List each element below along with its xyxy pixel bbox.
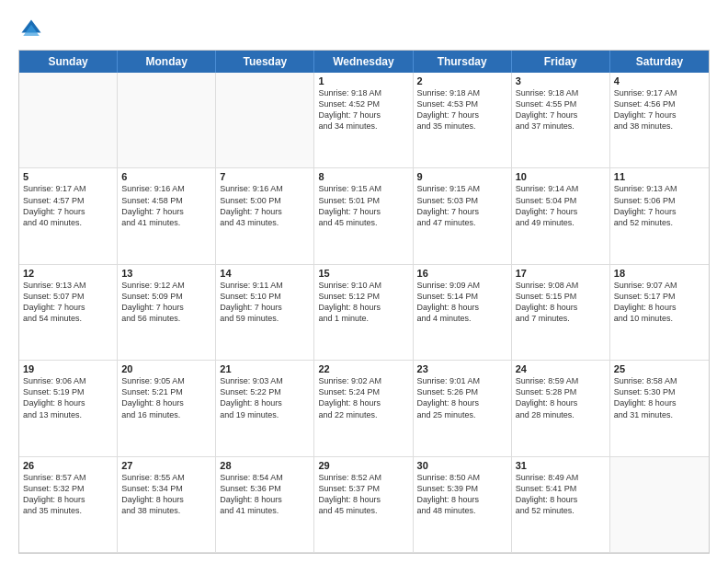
calendar-cell: 21Sunrise: 9:03 AMSunset: 5:22 PMDayligh… bbox=[216, 361, 314, 456]
day-number: 29 bbox=[318, 460, 408, 471]
day-number: 13 bbox=[121, 268, 211, 279]
day-number: 23 bbox=[417, 363, 507, 374]
cell-info: Sunrise: 8:50 AMSunset: 5:39 PMDaylight:… bbox=[417, 472, 507, 517]
day-number: 28 bbox=[220, 460, 310, 471]
day-header-sunday: Sunday bbox=[19, 51, 118, 73]
calendar-cell: 5Sunrise: 9:17 AMSunset: 4:57 PMDaylight… bbox=[19, 168, 118, 264]
day-number: 25 bbox=[614, 363, 705, 374]
cell-info: Sunrise: 9:15 AMSunset: 5:03 PMDaylight:… bbox=[417, 183, 507, 228]
day-number: 12 bbox=[23, 268, 113, 279]
calendar-cell: 22Sunrise: 9:02 AMSunset: 5:24 PMDayligh… bbox=[314, 361, 413, 456]
day-number: 20 bbox=[121, 363, 211, 374]
day-number: 17 bbox=[516, 268, 606, 279]
day-number: 31 bbox=[516, 460, 606, 471]
cell-info: Sunrise: 9:01 AMSunset: 5:26 PMDaylight:… bbox=[417, 375, 507, 420]
cell-info: Sunrise: 9:14 AMSunset: 5:04 PMDaylight:… bbox=[516, 183, 606, 228]
cell-info: Sunrise: 9:17 AMSunset: 4:56 PMDaylight:… bbox=[614, 87, 705, 132]
cell-info: Sunrise: 9:18 AMSunset: 4:55 PMDaylight:… bbox=[516, 87, 606, 132]
calendar-cell: 25Sunrise: 8:58 AMSunset: 5:30 PMDayligh… bbox=[610, 361, 709, 456]
day-number: 3 bbox=[516, 75, 606, 86]
day-number: 21 bbox=[220, 363, 310, 374]
calendar-cell: 7Sunrise: 9:16 AMSunset: 5:00 PMDaylight… bbox=[216, 168, 314, 264]
cell-info: Sunrise: 9:02 AMSunset: 5:24 PMDaylight:… bbox=[318, 375, 408, 420]
calendar-cell: 28Sunrise: 8:54 AMSunset: 5:36 PMDayligh… bbox=[216, 457, 314, 553]
cell-info: Sunrise: 8:49 AMSunset: 5:41 PMDaylight:… bbox=[516, 472, 606, 517]
calendar-cell: 12Sunrise: 9:13 AMSunset: 5:07 PMDayligh… bbox=[19, 265, 118, 361]
day-number: 15 bbox=[318, 268, 408, 279]
cell-info: Sunrise: 9:16 AMSunset: 5:00 PMDaylight:… bbox=[220, 183, 310, 228]
day-number: 7 bbox=[220, 171, 310, 182]
calendar-cell bbox=[19, 73, 118, 168]
day-number: 2 bbox=[417, 75, 507, 86]
day-number: 4 bbox=[614, 75, 705, 86]
cell-info: Sunrise: 8:52 AMSunset: 5:37 PMDaylight:… bbox=[318, 472, 408, 517]
cell-info: Sunrise: 9:10 AMSunset: 5:12 PMDaylight:… bbox=[318, 280, 408, 325]
cell-info: Sunrise: 9:09 AMSunset: 5:14 PMDaylight:… bbox=[417, 280, 507, 325]
day-header-friday: Friday bbox=[512, 51, 610, 73]
day-number: 5 bbox=[23, 171, 113, 182]
cell-info: Sunrise: 9:07 AMSunset: 5:17 PMDaylight:… bbox=[614, 280, 705, 325]
cell-info: Sunrise: 9:13 AMSunset: 5:07 PMDaylight:… bbox=[23, 280, 113, 325]
day-number: 9 bbox=[417, 171, 507, 182]
cell-info: Sunrise: 9:11 AMSunset: 5:10 PMDaylight:… bbox=[220, 280, 310, 325]
day-number: 22 bbox=[318, 363, 408, 374]
calendar-cell: 8Sunrise: 9:15 AMSunset: 5:01 PMDaylight… bbox=[314, 168, 413, 264]
cell-info: Sunrise: 9:08 AMSunset: 5:15 PMDaylight:… bbox=[516, 280, 606, 325]
calendar-cell: 23Sunrise: 9:01 AMSunset: 5:26 PMDayligh… bbox=[414, 361, 512, 456]
day-number: 30 bbox=[417, 460, 507, 471]
day-header-wednesday: Wednesday bbox=[314, 51, 413, 73]
day-header-thursday: Thursday bbox=[414, 51, 512, 73]
day-number: 14 bbox=[220, 268, 310, 279]
cell-info: Sunrise: 9:03 AMSunset: 5:22 PMDaylight:… bbox=[220, 375, 310, 420]
day-number: 8 bbox=[318, 171, 408, 182]
cell-info: Sunrise: 8:59 AMSunset: 5:28 PMDaylight:… bbox=[516, 375, 606, 420]
calendar-cell bbox=[610, 457, 709, 553]
day-number: 27 bbox=[121, 460, 211, 471]
calendar-cell: 18Sunrise: 9:07 AMSunset: 5:17 PMDayligh… bbox=[610, 265, 709, 361]
calendar-cell: 29Sunrise: 8:52 AMSunset: 5:37 PMDayligh… bbox=[314, 457, 413, 553]
calendar-cell: 17Sunrise: 9:08 AMSunset: 5:15 PMDayligh… bbox=[512, 265, 610, 361]
calendar-cell: 3Sunrise: 9:18 AMSunset: 4:55 PMDaylight… bbox=[512, 73, 610, 168]
day-number: 24 bbox=[516, 363, 606, 374]
logo bbox=[18, 17, 48, 42]
day-header-tuesday: Tuesday bbox=[216, 51, 314, 73]
calendar-cell: 10Sunrise: 9:14 AMSunset: 5:04 PMDayligh… bbox=[512, 168, 610, 264]
day-number: 1 bbox=[318, 75, 408, 86]
cell-info: Sunrise: 9:18 AMSunset: 4:53 PMDaylight:… bbox=[417, 87, 507, 132]
day-header-monday: Monday bbox=[118, 51, 216, 73]
day-number: 18 bbox=[614, 268, 705, 279]
calendar-cell: 26Sunrise: 8:57 AMSunset: 5:32 PMDayligh… bbox=[19, 457, 118, 553]
calendar-grid: 1Sunrise: 9:18 AMSunset: 4:52 PMDaylight… bbox=[19, 73, 709, 553]
calendar-cell: 15Sunrise: 9:10 AMSunset: 5:12 PMDayligh… bbox=[314, 265, 413, 361]
cell-info: Sunrise: 9:17 AMSunset: 4:57 PMDaylight:… bbox=[23, 183, 113, 228]
cell-info: Sunrise: 9:16 AMSunset: 4:58 PMDaylight:… bbox=[121, 183, 211, 228]
calendar-cell: 20Sunrise: 9:05 AMSunset: 5:21 PMDayligh… bbox=[118, 361, 216, 456]
day-number: 16 bbox=[417, 268, 507, 279]
logo-icon bbox=[18, 17, 44, 42]
cell-info: Sunrise: 9:15 AMSunset: 5:01 PMDaylight:… bbox=[318, 183, 408, 228]
cell-info: Sunrise: 9:05 AMSunset: 5:21 PMDaylight:… bbox=[121, 375, 211, 420]
cell-info: Sunrise: 8:54 AMSunset: 5:36 PMDaylight:… bbox=[220, 472, 310, 517]
cell-info: Sunrise: 9:12 AMSunset: 5:09 PMDaylight:… bbox=[121, 280, 211, 325]
cell-info: Sunrise: 9:06 AMSunset: 5:19 PMDaylight:… bbox=[23, 375, 113, 420]
calendar-cell: 2Sunrise: 9:18 AMSunset: 4:53 PMDaylight… bbox=[414, 73, 512, 168]
calendar-cell bbox=[216, 73, 314, 168]
calendar-cell: 13Sunrise: 9:12 AMSunset: 5:09 PMDayligh… bbox=[118, 265, 216, 361]
calendar-cell: 1Sunrise: 9:18 AMSunset: 4:52 PMDaylight… bbox=[314, 73, 413, 168]
calendar-cell bbox=[118, 73, 216, 168]
calendar-cell: 24Sunrise: 8:59 AMSunset: 5:28 PMDayligh… bbox=[512, 361, 610, 456]
day-number: 19 bbox=[23, 363, 113, 374]
day-number: 6 bbox=[121, 171, 211, 182]
calendar-cell: 19Sunrise: 9:06 AMSunset: 5:19 PMDayligh… bbox=[19, 361, 118, 456]
calendar-cell: 31Sunrise: 8:49 AMSunset: 5:41 PMDayligh… bbox=[512, 457, 610, 553]
calendar-cell: 16Sunrise: 9:09 AMSunset: 5:14 PMDayligh… bbox=[414, 265, 512, 361]
day-number: 10 bbox=[516, 171, 606, 182]
day-number: 11 bbox=[614, 171, 705, 182]
page: SundayMondayTuesdayWednesdayThursdayFrid… bbox=[0, 0, 728, 563]
calendar: SundayMondayTuesdayWednesdayThursdayFrid… bbox=[18, 50, 710, 554]
calendar-cell: 6Sunrise: 9:16 AMSunset: 4:58 PMDaylight… bbox=[118, 168, 216, 264]
cell-info: Sunrise: 8:55 AMSunset: 5:34 PMDaylight:… bbox=[121, 472, 211, 517]
calendar-cell: 30Sunrise: 8:50 AMSunset: 5:39 PMDayligh… bbox=[414, 457, 512, 553]
day-header-saturday: Saturday bbox=[610, 51, 709, 73]
day-number: 26 bbox=[23, 460, 113, 471]
